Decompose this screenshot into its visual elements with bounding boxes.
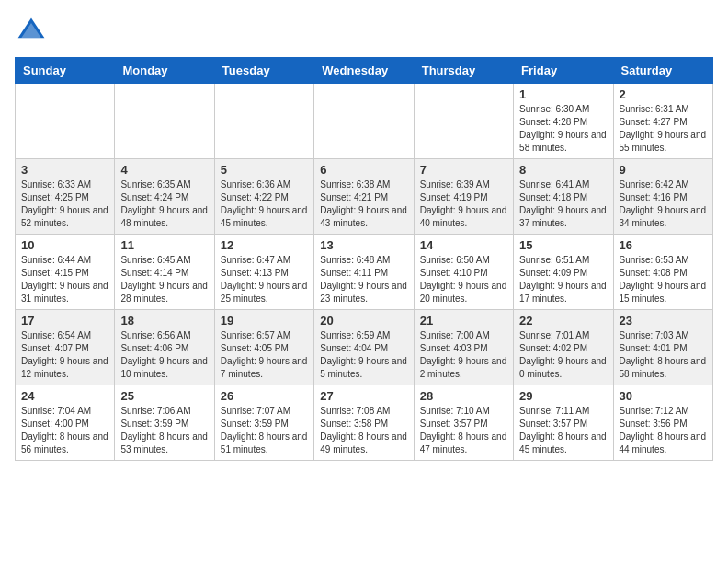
day-number: 30: [620, 389, 707, 403]
day-number: 5: [221, 163, 308, 177]
day-info: Sunrise: 7:06 AM Sunset: 3:59 PM Dayligh…: [120, 405, 208, 456]
logo-icon: [15, 15, 48, 48]
day-info: Sunrise: 7:01 AM Sunset: 4:02 PM Dayligh…: [519, 329, 607, 381]
day-number: 20: [320, 314, 407, 327]
day-info: Sunrise: 6:30 AM Sunset: 4:28 PM Dayligh…: [519, 103, 607, 155]
day-info: Sunrise: 7:11 AM Sunset: 3:57 PM Dayligh…: [519, 405, 607, 456]
day-number: 21: [420, 314, 507, 327]
day-number: 16: [620, 238, 707, 252]
day-number: 18: [120, 314, 208, 327]
day-info: Sunrise: 6:44 AM Sunset: 4:15 PM Dayligh…: [21, 254, 108, 305]
calendar-cell: 19Sunrise: 6:57 AM Sunset: 4:05 PM Dayli…: [214, 310, 313, 385]
day-info: Sunrise: 6:35 AM Sunset: 4:24 PM Dayligh…: [120, 178, 208, 230]
day-number: 11: [120, 238, 208, 252]
day-number: 15: [519, 238, 607, 252]
weekday-header-thursday: Thursday: [414, 58, 513, 84]
calendar-cell: 2Sunrise: 6:31 AM Sunset: 4:27 PM Daylig…: [613, 84, 712, 159]
day-info: Sunrise: 6:36 AM Sunset: 4:22 PM Dayligh…: [221, 178, 308, 230]
day-info: Sunrise: 6:45 AM Sunset: 4:14 PM Dayligh…: [120, 254, 208, 305]
calendar-cell: [414, 84, 513, 159]
day-info: Sunrise: 6:47 AM Sunset: 4:13 PM Dayligh…: [221, 254, 308, 305]
day-info: Sunrise: 6:38 AM Sunset: 4:21 PM Dayligh…: [320, 178, 407, 230]
logo: [15, 15, 51, 48]
day-number: 28: [420, 389, 507, 403]
day-number: 8: [519, 163, 607, 177]
calendar-cell: 5Sunrise: 6:36 AM Sunset: 4:22 PM Daylig…: [214, 159, 313, 235]
calendar-cell: 22Sunrise: 7:01 AM Sunset: 4:02 PM Dayli…: [514, 310, 613, 385]
calendar-cell: 6Sunrise: 6:38 AM Sunset: 4:21 PM Daylig…: [314, 159, 414, 235]
calendar-cell: 8Sunrise: 6:41 AM Sunset: 4:18 PM Daylig…: [514, 159, 613, 235]
calendar-cell: 7Sunrise: 6:39 AM Sunset: 4:19 PM Daylig…: [414, 159, 513, 235]
calendar-cell: [214, 84, 313, 159]
calendar-cell: 20Sunrise: 6:59 AM Sunset: 4:04 PM Dayli…: [314, 310, 414, 385]
day-info: Sunrise: 6:39 AM Sunset: 4:19 PM Dayligh…: [420, 178, 507, 230]
day-info: Sunrise: 7:03 AM Sunset: 4:01 PM Dayligh…: [620, 329, 707, 381]
day-info: Sunrise: 7:04 AM Sunset: 4:00 PM Dayligh…: [21, 405, 108, 456]
calendar-cell: 16Sunrise: 6:53 AM Sunset: 4:08 PM Dayli…: [613, 235, 712, 310]
day-number: 1: [519, 87, 607, 101]
day-number: 3: [21, 163, 108, 177]
day-number: 7: [420, 163, 507, 177]
weekday-header-sunday: Sunday: [16, 58, 115, 84]
day-info: Sunrise: 6:51 AM Sunset: 4:09 PM Dayligh…: [519, 254, 607, 305]
calendar: SundayMondayTuesdayWednesdayThursdayFrid…: [15, 57, 713, 461]
calendar-cell: 14Sunrise: 6:50 AM Sunset: 4:10 PM Dayli…: [414, 235, 513, 310]
calendar-cell: 13Sunrise: 6:48 AM Sunset: 4:11 PM Dayli…: [314, 235, 414, 310]
day-info: Sunrise: 6:56 AM Sunset: 4:06 PM Dayligh…: [120, 329, 208, 381]
calendar-cell: 12Sunrise: 6:47 AM Sunset: 4:13 PM Dayli…: [214, 235, 313, 310]
day-number: 26: [221, 389, 308, 403]
day-number: 9: [620, 163, 707, 177]
calendar-cell: 11Sunrise: 6:45 AM Sunset: 4:14 PM Dayli…: [115, 235, 214, 310]
calendar-cell: 3Sunrise: 6:33 AM Sunset: 4:25 PM Daylig…: [16, 159, 115, 235]
calendar-cell: 9Sunrise: 6:42 AM Sunset: 4:16 PM Daylig…: [613, 159, 712, 235]
weekday-header-friday: Friday: [514, 58, 613, 84]
day-number: 22: [519, 314, 607, 327]
calendar-cell: [16, 84, 115, 159]
calendar-cell: [115, 84, 214, 159]
weekday-header-tuesday: Tuesday: [214, 58, 313, 84]
weekday-header-saturday: Saturday: [613, 58, 712, 84]
day-number: 13: [320, 238, 407, 252]
day-info: Sunrise: 6:33 AM Sunset: 4:25 PM Dayligh…: [21, 178, 108, 230]
calendar-cell: 28Sunrise: 7:10 AM Sunset: 3:57 PM Dayli…: [414, 385, 513, 461]
calendar-cell: 10Sunrise: 6:44 AM Sunset: 4:15 PM Dayli…: [16, 235, 115, 310]
day-number: 25: [120, 389, 208, 403]
day-number: 27: [320, 389, 407, 403]
weekday-header-wednesday: Wednesday: [314, 58, 414, 84]
calendar-cell: 21Sunrise: 7:00 AM Sunset: 4:03 PM Dayli…: [414, 310, 513, 385]
calendar-cell: 17Sunrise: 6:54 AM Sunset: 4:07 PM Dayli…: [16, 310, 115, 385]
calendar-cell: 27Sunrise: 7:08 AM Sunset: 3:58 PM Dayli…: [314, 385, 414, 461]
day-number: 19: [221, 314, 308, 327]
day-info: Sunrise: 6:53 AM Sunset: 4:08 PM Dayligh…: [620, 254, 707, 305]
calendar-cell: 23Sunrise: 7:03 AM Sunset: 4:01 PM Dayli…: [613, 310, 712, 385]
day-info: Sunrise: 6:59 AM Sunset: 4:04 PM Dayligh…: [320, 329, 407, 381]
header: [15, 15, 713, 48]
day-number: 12: [221, 238, 308, 252]
day-info: Sunrise: 7:07 AM Sunset: 3:59 PM Dayligh…: [221, 405, 308, 456]
day-number: 2: [620, 87, 707, 101]
day-info: Sunrise: 6:48 AM Sunset: 4:11 PM Dayligh…: [320, 254, 407, 305]
calendar-cell: 24Sunrise: 7:04 AM Sunset: 4:00 PM Dayli…: [16, 385, 115, 461]
day-number: 10: [21, 238, 108, 252]
day-number: 29: [519, 389, 607, 403]
day-number: 24: [21, 389, 108, 403]
day-info: Sunrise: 6:42 AM Sunset: 4:16 PM Dayligh…: [620, 178, 707, 230]
day-info: Sunrise: 7:10 AM Sunset: 3:57 PM Dayligh…: [420, 405, 507, 456]
calendar-cell: [314, 84, 414, 159]
day-info: Sunrise: 7:12 AM Sunset: 3:56 PM Dayligh…: [620, 405, 707, 456]
day-info: Sunrise: 7:08 AM Sunset: 3:58 PM Dayligh…: [320, 405, 407, 456]
day-number: 4: [120, 163, 208, 177]
weekday-header-monday: Monday: [115, 58, 214, 84]
calendar-cell: 25Sunrise: 7:06 AM Sunset: 3:59 PM Dayli…: [115, 385, 214, 461]
calendar-cell: 1Sunrise: 6:30 AM Sunset: 4:28 PM Daylig…: [514, 84, 613, 159]
calendar-cell: 29Sunrise: 7:11 AM Sunset: 3:57 PM Dayli…: [514, 385, 613, 461]
calendar-cell: 15Sunrise: 6:51 AM Sunset: 4:09 PM Dayli…: [514, 235, 613, 310]
day-number: 14: [420, 238, 507, 252]
day-info: Sunrise: 6:54 AM Sunset: 4:07 PM Dayligh…: [21, 329, 108, 381]
calendar-cell: 30Sunrise: 7:12 AM Sunset: 3:56 PM Dayli…: [613, 385, 712, 461]
day-info: Sunrise: 6:57 AM Sunset: 4:05 PM Dayligh…: [221, 329, 308, 381]
day-info: Sunrise: 6:31 AM Sunset: 4:27 PM Dayligh…: [620, 103, 707, 155]
day-number: 17: [21, 314, 108, 327]
calendar-cell: 4Sunrise: 6:35 AM Sunset: 4:24 PM Daylig…: [115, 159, 214, 235]
day-info: Sunrise: 6:50 AM Sunset: 4:10 PM Dayligh…: [420, 254, 507, 305]
